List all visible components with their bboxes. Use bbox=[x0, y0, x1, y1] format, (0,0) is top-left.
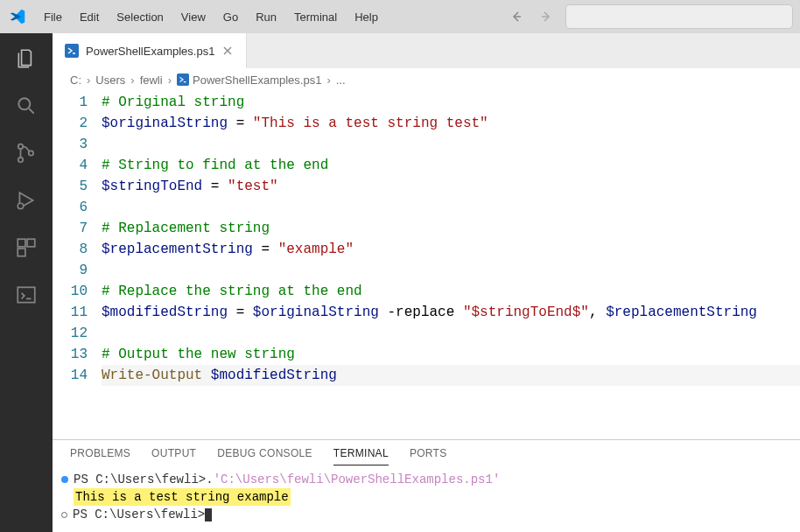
line-number: 12 bbox=[61, 323, 88, 344]
cmd-dot: . bbox=[206, 471, 213, 488]
svg-rect-7 bbox=[18, 248, 25, 256]
menu-run[interactable]: Run bbox=[247, 5, 285, 29]
command-search-input[interactable] bbox=[565, 4, 793, 29]
chevron-right-icon: › bbox=[130, 74, 134, 87]
powershell-file-icon bbox=[65, 44, 79, 58]
chevron-right-icon: › bbox=[168, 74, 172, 87]
line-number: 14 bbox=[61, 365, 88, 386]
crumb[interactable]: PowerShellExamples.ps1 bbox=[177, 74, 321, 87]
line-gutter: 1234567891011121314 bbox=[61, 92, 102, 439]
powershell-file-icon bbox=[177, 74, 193, 87]
line-number: 1 bbox=[61, 92, 88, 113]
bottom-panel: PROBLEMSOUTPUTDEBUG CONSOLETERMINALPORTS… bbox=[53, 439, 800, 532]
status-dot-icon bbox=[61, 476, 68, 483]
source-control-icon[interactable] bbox=[13, 140, 39, 166]
svg-point-2 bbox=[18, 158, 23, 162]
menu-selection[interactable]: Selection bbox=[108, 5, 172, 29]
code-line[interactable] bbox=[102, 197, 800, 218]
code-line[interactable]: # Original string bbox=[102, 92, 800, 113]
line-number: 13 bbox=[61, 344, 88, 365]
status-dot-icon bbox=[61, 512, 67, 518]
code-line[interactable] bbox=[102, 134, 800, 155]
line-number: 6 bbox=[61, 197, 88, 218]
svg-point-0 bbox=[18, 98, 30, 109]
line-number: 5 bbox=[61, 176, 88, 197]
line-number: 7 bbox=[61, 218, 88, 239]
panel-tab-debug-console[interactable]: DEBUG CONSOLE bbox=[217, 447, 312, 466]
explorer-icon[interactable] bbox=[13, 46, 39, 72]
line-number: 3 bbox=[61, 134, 88, 155]
code-line[interactable]: # Output the new string bbox=[102, 344, 800, 365]
code-line[interactable]: $replacementString = "example" bbox=[102, 239, 800, 260]
script-path: 'C:\Users\fewli\PowerShellExamples.ps1' bbox=[214, 471, 501, 488]
code-line[interactable] bbox=[102, 323, 800, 344]
prompt: PS C:\Users\fewli> bbox=[73, 506, 205, 523]
menu-file[interactable]: File bbox=[35, 5, 71, 29]
activity-bar bbox=[0, 33, 53, 532]
code-line[interactable]: # Replace the string at the end bbox=[102, 281, 800, 302]
svg-rect-5 bbox=[18, 239, 25, 247]
menu-help[interactable]: Help bbox=[346, 5, 387, 29]
line-number: 10 bbox=[61, 281, 88, 302]
panel-tabs: PROBLEMSOUTPUTDEBUG CONSOLETERMINALPORTS bbox=[53, 440, 800, 466]
code-line[interactable]: $originalString = "This is a test string… bbox=[102, 113, 800, 134]
code-line[interactable]: $stringToEnd = "test" bbox=[102, 176, 800, 197]
crumb[interactable]: C: bbox=[70, 74, 81, 87]
breadcrumb[interactable]: C:›Users›fewli›PowerShellExamples.ps1›..… bbox=[53, 68, 800, 92]
panel-tab-output[interactable]: OUTPUT bbox=[151, 447, 196, 466]
line-number: 11 bbox=[61, 302, 88, 323]
tab-file[interactable]: PowerShellExamples.ps1 bbox=[53, 33, 247, 68]
chevron-right-icon: › bbox=[326, 74, 330, 87]
nav-forward-icon[interactable] bbox=[537, 8, 555, 25]
code-area[interactable]: # Original string$originalString = "This… bbox=[102, 92, 800, 439]
terminal-panel-icon[interactable] bbox=[13, 282, 39, 308]
svg-rect-8 bbox=[18, 287, 35, 302]
panel-tab-terminal[interactable]: TERMINAL bbox=[333, 447, 389, 466]
main-menu: FileEditSelectionViewGoRunTerminalHelp bbox=[35, 5, 387, 29]
terminal-cursor bbox=[205, 508, 212, 522]
terminal-output[interactable]: PS C:\Users\fewli> . 'C:\Users\fewli\Pow… bbox=[53, 466, 800, 532]
tab-label: PowerShellExamples.ps1 bbox=[86, 45, 214, 58]
close-icon[interactable] bbox=[221, 45, 234, 57]
menu-go[interactable]: Go bbox=[214, 5, 247, 29]
menu-view[interactable]: View bbox=[172, 5, 214, 29]
extensions-icon[interactable] bbox=[13, 234, 39, 261]
code-line[interactable]: # Replacement string bbox=[102, 218, 800, 239]
line-number: 4 bbox=[61, 155, 88, 176]
crumb[interactable]: ... bbox=[336, 74, 346, 87]
svg-rect-6 bbox=[27, 239, 35, 247]
run-debug-icon[interactable] bbox=[13, 187, 39, 214]
crumb[interactable]: Users bbox=[95, 74, 125, 87]
svg-point-3 bbox=[29, 150, 33, 155]
menu-edit[interactable]: Edit bbox=[71, 5, 108, 29]
code-line[interactable]: # String to find at the end bbox=[102, 155, 800, 176]
line-number: 2 bbox=[61, 113, 88, 134]
chevron-right-icon: › bbox=[87, 74, 90, 87]
crumb[interactable]: fewli bbox=[140, 74, 163, 87]
menu-terminal[interactable]: Terminal bbox=[285, 5, 346, 29]
code-line[interactable]: Write-Output $modifiedString bbox=[102, 365, 800, 386]
prompt: PS C:\Users\fewli> bbox=[74, 471, 206, 488]
vscode-logo-icon bbox=[7, 6, 28, 27]
svg-point-4 bbox=[18, 203, 24, 209]
line-number: 8 bbox=[61, 239, 88, 260]
editor-tabs: PowerShellExamples.ps1 bbox=[53, 33, 800, 68]
svg-point-1 bbox=[18, 144, 23, 149]
code-line[interactable]: $modifiedString = $originalString -repla… bbox=[102, 302, 800, 323]
search-icon[interactable] bbox=[13, 93, 39, 119]
code-editor[interactable]: 1234567891011121314 # Original string$or… bbox=[53, 92, 800, 439]
code-line[interactable] bbox=[102, 260, 800, 281]
line-number: 9 bbox=[61, 260, 88, 281]
panel-tab-ports[interactable]: PORTS bbox=[410, 447, 447, 466]
panel-tab-problems[interactable]: PROBLEMS bbox=[70, 447, 130, 466]
output-line: This is a test string example bbox=[74, 488, 291, 506]
nav-back-icon[interactable] bbox=[508, 8, 525, 25]
title-bar: FileEditSelectionViewGoRunTerminalHelp bbox=[0, 0, 800, 33]
